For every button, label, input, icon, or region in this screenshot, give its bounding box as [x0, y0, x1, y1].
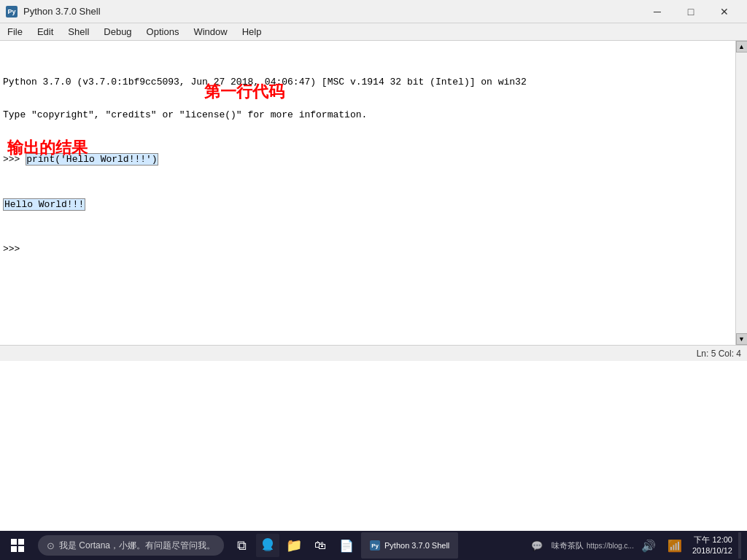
taskbar: ⊙ 我是 Cortana，小娜。有问题尽管问我。 ⧉ 📁 🛍 📄 Py Pyth…: [0, 531, 747, 560]
close-button[interactable]: ✕: [708, 0, 741, 23]
edge-browser-icon[interactable]: [256, 534, 279, 557]
menu-shell[interactable]: Shell: [61, 23, 96, 41]
shell-wrapper: Python 3.7.0 (v3.7.0:1bf9cc5093, Jun 27 …: [0, 41, 747, 361]
windows-logo-icon: [11, 539, 24, 552]
taskbar-clock: 下午 12:00 2018/10/12: [692, 534, 732, 557]
prompt2-line: >>>: [3, 244, 732, 254]
prompt1: >>>: [3, 154, 26, 165]
menu-bar: File Edit Shell Debug Options Window Hel…: [0, 23, 747, 41]
cursor-position: Ln: 5 Col: 4: [697, 349, 741, 359]
search-circle-icon: ⊙: [47, 540, 55, 551]
shell-content[interactable]: Python 3.7.0 (v3.7.0:1bf9cc5093, Jun 27 …: [0, 41, 735, 345]
show-desktop-button[interactable]: [738, 532, 741, 559]
scrollbar[interactable]: ▲ ▼: [735, 41, 747, 345]
notification-label: 味奇茶队: [551, 540, 584, 551]
command-highlight: print('Hello World!!!'): [26, 153, 158, 166]
command-text: print('Hello World!!!'): [26, 154, 157, 165]
menu-edit[interactable]: Edit: [30, 23, 61, 41]
intro-line2: Type "copyright", "credits" or "license(…: [3, 109, 732, 120]
window-title: Python 3.7.0 Shell: [23, 6, 101, 17]
store-icon[interactable]: 🛍: [309, 534, 332, 557]
maximize-button[interactable]: □: [674, 0, 708, 23]
scroll-track[interactable]: [736, 52, 747, 333]
cortana-search-text: 我是 Cortana，小娜。有问题尽管问我。: [59, 540, 215, 552]
python-idle-taskbar[interactable]: Py Python 3.7.0 Shell: [361, 532, 458, 559]
minimize-button[interactable]: ─: [640, 0, 674, 23]
taskbar-url: https://blog.c...: [587, 542, 634, 550]
app-icon-1[interactable]: 📄: [335, 534, 358, 557]
network-icon[interactable]: 📶: [663, 534, 686, 557]
taskbar-time: 下午 12:00: [692, 534, 732, 545]
start-button[interactable]: [0, 531, 35, 560]
menu-options[interactable]: Options: [139, 23, 187, 41]
menu-file[interactable]: File: [0, 23, 30, 41]
python-icon: Py: [6, 6, 18, 18]
python-taskbar-label: Python 3.7.0 Shell: [384, 541, 449, 550]
output-text: Hello World!!!: [3, 198, 85, 211]
notification-area: 💬 味奇茶队 https://blog.c... 🔊 📶: [525, 534, 686, 557]
prompt2: >>>: [3, 244, 26, 254]
taskbar-date: 2018/10/12: [692, 545, 732, 556]
file-explorer-icon[interactable]: 📁: [282, 534, 306, 557]
title-bar-controls: ─ □ ✕: [640, 0, 741, 23]
title-bar-left: Py Python 3.7.0 Shell: [6, 6, 101, 18]
scroll-up-button[interactable]: ▲: [736, 41, 748, 52]
menu-window[interactable]: Window: [186, 23, 234, 41]
command-line: >>> print('Hello World!!!'): [3, 153, 732, 166]
menu-help[interactable]: Help: [235, 23, 269, 41]
scroll-down-button[interactable]: ▼: [736, 333, 748, 345]
sound-icon[interactable]: 🔊: [637, 534, 660, 557]
task-view-button[interactable]: ⧉: [230, 534, 253, 557]
intro-line1: Python 3.7.0 (v3.7.0:1bf9cc5093, Jun 27 …: [3, 77, 732, 88]
notification-chat-icon[interactable]: 💬: [525, 534, 549, 557]
python-taskbar-icon: Py: [370, 540, 380, 551]
status-bar: Ln: 5 Col: 4: [0, 345, 747, 361]
svg-point-0: [264, 548, 271, 551]
content-area: Python 3.7.0 (v3.7.0:1bf9cc5093, Jun 27 …: [0, 41, 747, 345]
output-line: Hello World!!!: [3, 198, 732, 211]
title-bar: Py Python 3.7.0 Shell ─ □ ✕: [0, 0, 747, 23]
taskbar-middle: ⧉ 📁 🛍 📄 Py Python 3.7.0 Shell: [224, 532, 519, 559]
menu-debug[interactable]: Debug: [96, 23, 139, 41]
cortana-search[interactable]: ⊙ 我是 Cortana，小娜。有问题尽管问我。: [38, 535, 224, 556]
taskbar-right: 💬 味奇茶队 https://blog.c... 🔊 📶 下午 12:00 20…: [519, 532, 747, 559]
